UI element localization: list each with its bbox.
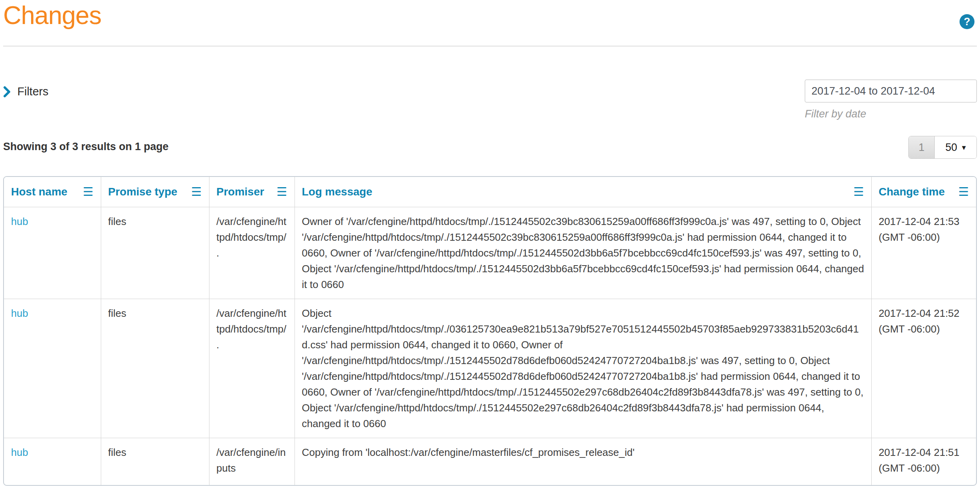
cell-promiser: /var/cfengine/httpd/htdocs/tmp/. bbox=[209, 299, 295, 438]
column-header-promise-type[interactable]: Promise type ☰ bbox=[101, 177, 209, 207]
changes-table-frame: Host name ☰ Promise type ☰ Promiser bbox=[3, 176, 977, 486]
cell-promise-type: files bbox=[101, 299, 209, 438]
column-menu-icon[interactable]: ☰ bbox=[83, 186, 94, 198]
page-size-dropdown[interactable]: 50 ▾ bbox=[935, 136, 976, 158]
column-header-host-name[interactable]: Host name ☰ bbox=[4, 177, 101, 207]
date-filter-hint: Filter by date bbox=[805, 108, 977, 120]
date-filter: Filter by date bbox=[805, 80, 977, 120]
table-row: hub files /var/cfengine/inputs Copying f… bbox=[4, 438, 976, 485]
column-label: Promise type bbox=[108, 186, 178, 198]
cell-host-name: hub bbox=[4, 299, 101, 438]
column-menu-icon[interactable]: ☰ bbox=[191, 186, 202, 198]
filters-toggle[interactable]: Filters bbox=[3, 80, 48, 98]
cell-log-message: Object '/var/cfengine/httpd/htdocs/tmp/.… bbox=[295, 299, 871, 438]
page-header: Changes ? bbox=[3, 2, 977, 29]
changes-table: Host name ☰ Promise type ☰ Promiser bbox=[4, 177, 976, 485]
changes-page: Changes ? Filters Filter by date Showing… bbox=[0, 2, 980, 486]
filters-toolbar: Filters Filter by date bbox=[3, 80, 977, 120]
host-link[interactable]: hub bbox=[11, 216, 28, 227]
cell-promiser: /var/cfengine/inputs bbox=[209, 438, 295, 485]
pagination: 1 50 ▾ bbox=[908, 136, 977, 159]
cell-log-message: Owner of '/var/cfengine/httpd/htdocs/tmp… bbox=[295, 207, 871, 299]
cell-log-message: Copying from 'localhost:/var/cfengine/ma… bbox=[295, 438, 871, 485]
header-divider bbox=[3, 46, 977, 46]
results-row: Showing 3 of 3 results on 1 page 1 50 ▾ bbox=[3, 136, 977, 159]
cell-promise-type: files bbox=[101, 207, 209, 299]
date-range-input[interactable] bbox=[805, 80, 977, 102]
results-summary: Showing 3 of 3 results on 1 page bbox=[3, 136, 169, 153]
table-row: hub files /var/cfengine/httpd/htdocs/tmp… bbox=[4, 299, 976, 438]
column-label: Host name bbox=[11, 186, 67, 198]
page-title: Changes bbox=[3, 2, 101, 29]
cell-host-name: hub bbox=[4, 438, 101, 485]
cell-change-time: 2017-12-04 21:52 (GMT -06:00) bbox=[871, 299, 976, 438]
help-icon[interactable]: ? bbox=[960, 14, 974, 29]
page-size-value: 50 bbox=[945, 141, 957, 154]
column-label: Change time bbox=[879, 186, 945, 198]
host-link[interactable]: hub bbox=[11, 307, 28, 319]
column-menu-icon[interactable]: ☰ bbox=[958, 186, 969, 198]
column-header-change-time[interactable]: Change time ☰ bbox=[871, 177, 976, 207]
column-header-promiser[interactable]: Promiser ☰ bbox=[209, 177, 295, 207]
table-header-row: Host name ☰ Promise type ☰ Promiser bbox=[4, 177, 976, 207]
cell-host-name: hub bbox=[4, 207, 101, 299]
host-link[interactable]: hub bbox=[11, 446, 28, 458]
cell-promise-type: files bbox=[101, 438, 209, 485]
cell-change-time: 2017-12-04 21:51 (GMT -06:00) bbox=[871, 438, 976, 485]
column-label: Log message bbox=[302, 186, 372, 198]
caret-down-icon: ▾ bbox=[962, 143, 966, 152]
filters-label: Filters bbox=[17, 85, 48, 98]
chevron-right-icon bbox=[3, 86, 11, 98]
column-menu-icon[interactable]: ☰ bbox=[277, 186, 287, 198]
cell-promiser: /var/cfengine/httpd/htdocs/tmp/. bbox=[209, 207, 295, 299]
table-row: hub files /var/cfengine/httpd/htdocs/tmp… bbox=[4, 207, 976, 299]
page-number-button[interactable]: 1 bbox=[909, 136, 935, 158]
column-header-log-message[interactable]: Log message ☰ bbox=[295, 177, 871, 207]
column-label: Promiser bbox=[217, 186, 264, 198]
cell-change-time: 2017-12-04 21:53 (GMT -06:00) bbox=[871, 207, 976, 299]
column-menu-icon[interactable]: ☰ bbox=[854, 186, 864, 198]
